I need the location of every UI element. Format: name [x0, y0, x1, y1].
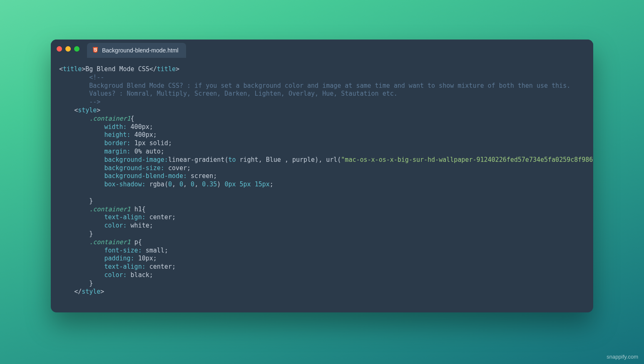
prop-color-2: color: [104, 271, 127, 279]
prop-border: border: [104, 139, 130, 147]
prop-height: height: [104, 131, 130, 139]
prop-font-size: font-size: [104, 247, 142, 254]
prop-width: width: [104, 123, 127, 131]
selector-container1: .container1 [89, 115, 130, 122]
tag-style-close: style [82, 288, 100, 295]
prop-bg-image: background-image: [104, 156, 168, 163]
code-area[interactable]: <title>Bg Blend Mode CSS</title> <!-- Ba… [51, 58, 593, 312]
tag-title-close: title [157, 65, 176, 73]
comment-line-2: Values? : Nomral, Multiply, Screen, Dark… [89, 90, 398, 97]
maximize-icon[interactable] [74, 46, 80, 52]
selector-container1-p: .container1 [89, 238, 130, 246]
prop-text-align: text-align: [104, 213, 145, 221]
titlebar: Background-blend-mode.html [51, 40, 593, 58]
tab-label: Background-blend-mode.html [102, 47, 179, 54]
html5-icon [92, 47, 99, 54]
selector-container1-h1: .container1 [89, 206, 130, 213]
prop-margin: margin: [104, 148, 130, 155]
watermark: snappify.com [607, 354, 638, 360]
bg-image-url: "mac-os-x-os-x-big-sur-hd-wallpaper-9124… [341, 156, 593, 163]
window-controls [57, 46, 80, 52]
tag-title-open: title [63, 65, 82, 73]
prop-text-align-2: text-align: [104, 263, 145, 270]
prop-padding: padding: [104, 255, 134, 262]
minimize-icon[interactable] [65, 46, 71, 52]
code-window: Background-blend-mode.html <title>Bg Ble… [51, 40, 593, 312]
prop-color: color: [104, 222, 127, 229]
title-text: Bg Blend Mode CSS [85, 65, 149, 73]
prop-box-shadow: box-shadow: [104, 181, 145, 188]
comment-open: <!-- [89, 74, 104, 81]
comment-close: --> [89, 98, 100, 106]
close-icon[interactable] [57, 46, 62, 52]
prop-bg-blend: background-blend-mode: [104, 172, 187, 180]
tag-style-open: style [78, 106, 97, 114]
file-tab[interactable]: Background-blend-mode.html [87, 43, 186, 58]
comment-line-1: Backgroud Blend Mode CSS? : if you set a… [89, 82, 570, 89]
prop-bg-size: background-size: [104, 164, 164, 172]
